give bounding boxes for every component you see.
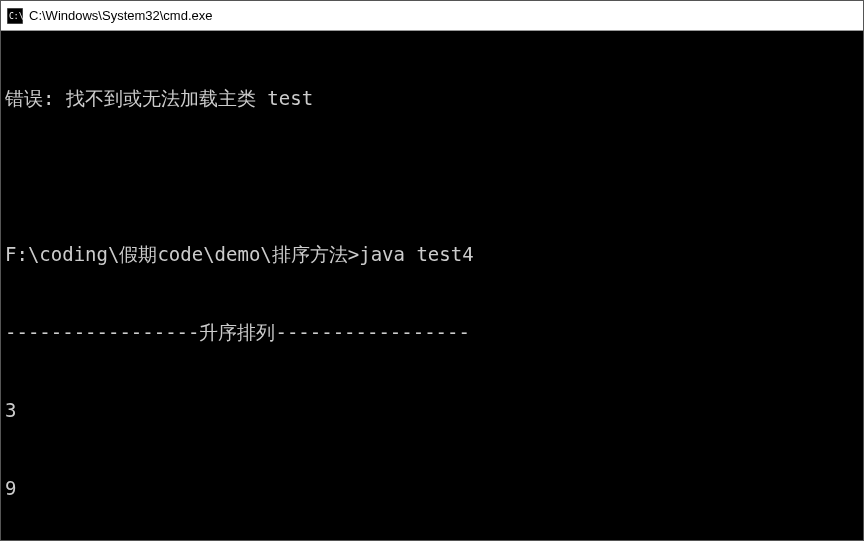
window-titlebar: C:\ C:\Windows\System32\cmd.exe — [1, 1, 863, 31]
terminal-line: F:\coding\假期code\demo\排序方法>java test4 — [5, 241, 863, 267]
terminal-line: -----------------升序排列----------------- — [5, 319, 863, 345]
terminal-line: 错误: 找不到或无法加载主类 test — [5, 85, 863, 111]
terminal-line — [5, 163, 863, 189]
window-title: C:\Windows\System32\cmd.exe — [29, 8, 213, 23]
terminal-line: 9 — [5, 475, 863, 501]
terminal-line: 3 — [5, 397, 863, 423]
svg-text:C:\: C:\ — [9, 12, 23, 21]
cmd-icon: C:\ — [7, 8, 23, 24]
terminal-output[interactable]: 错误: 找不到或无法加载主类 test F:\coding\假期code\dem… — [1, 31, 863, 540]
